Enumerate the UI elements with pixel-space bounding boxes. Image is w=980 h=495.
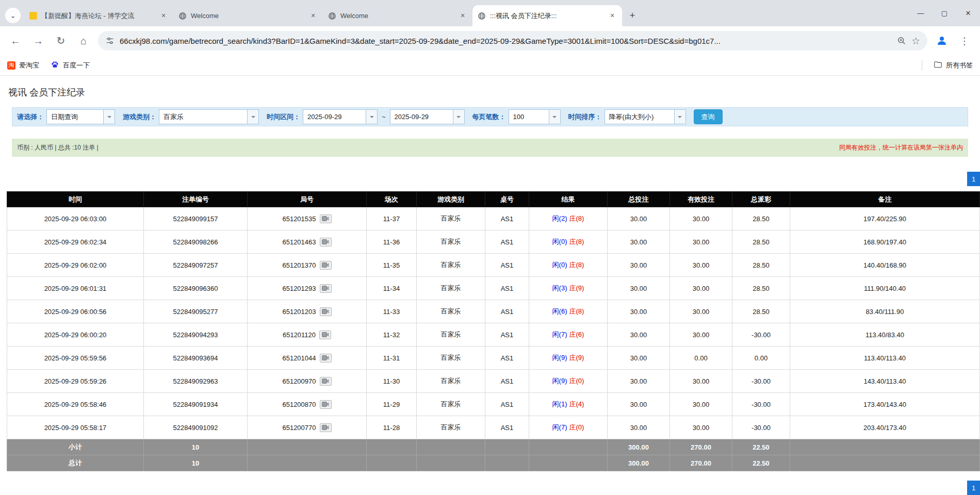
chevron-down-icon[interactable] [453, 110, 464, 124]
video-replay-icon[interactable] [320, 423, 332, 432]
tab-welcome-1[interactable]: Welcome ✕ [173, 5, 323, 26]
tab-forum[interactable]: 【新提醒】海燕论坛 - 博学交流 ✕ [24, 5, 173, 26]
subtotal-total-bet: 300.00 [608, 439, 670, 455]
back-icon[interactable]: ← [5, 30, 26, 51]
navigation-bar: ← → ↻ ⌂ 66cxkj98.com/game/betrecord_sear… [0, 26, 980, 55]
cell-valid-bet: 30.00 [670, 370, 732, 393]
cell-table-no: AS1 [485, 393, 529, 416]
total-bet-link[interactable]: 30.00 [608, 323, 670, 346]
chevron-down-icon[interactable] [366, 110, 377, 124]
chevron-down-icon[interactable] [103, 110, 115, 124]
total-bet-link[interactable]: 30.00 [608, 300, 670, 323]
tab-welcome-2[interactable]: Welcome ✕ [323, 5, 472, 26]
cell-game-type: 百家乐 [417, 230, 485, 254]
query-type-select[interactable]: 日期查询 [46, 109, 115, 124]
cell-bet-id: 522849091092 [144, 416, 248, 439]
header-note: 备注 [790, 192, 980, 207]
browser-menu-icon[interactable]: ⋮ [954, 30, 975, 51]
tab-close-icon[interactable]: ✕ [159, 11, 168, 21]
total-bet-link[interactable]: 30.00 [608, 393, 670, 416]
tab-close-icon[interactable]: ✕ [308, 11, 318, 21]
cell-bet-id: 522849094293 [144, 323, 248, 346]
date-end-select[interactable]: 2025-09-29 [390, 109, 465, 124]
cell-payout: -30.00 [732, 370, 790, 393]
game-type-select[interactable]: 百家乐 [159, 109, 259, 124]
home-icon[interactable]: ⌂ [73, 30, 94, 51]
total-bet-link[interactable]: 30.00 [608, 277, 670, 300]
cell-table-no: AS1 [485, 416, 529, 439]
header-payout: 总派彩 [732, 192, 790, 207]
cell-payout: 28.50 [732, 254, 790, 277]
bookmark-taobao[interactable]: 淘 爱淘宝 [7, 61, 39, 70]
zoom-icon[interactable] [897, 36, 906, 45]
cell-table-no: AS1 [485, 323, 529, 346]
total-bet-link[interactable]: 30.00 [608, 346, 670, 370]
cell-game-type: 百家乐 [417, 393, 485, 416]
cell-table-no: AS1 [485, 207, 529, 230]
page-title: 视讯 会员下注纪录 [8, 87, 980, 98]
forward-icon[interactable]: → [28, 30, 48, 51]
game-type-label: 游戏类别： [123, 112, 156, 122]
minimize-button[interactable]: — [909, 0, 933, 26]
cell-game-type: 百家乐 [417, 370, 485, 393]
total-bet-link[interactable]: 30.00 [608, 416, 670, 439]
table-header-row: 时间 注单编号 局号 场次 游戏类别 桌号 结果 总投注 有效投注 总派彩 备注 [7, 192, 980, 207]
cell-round: 651201535 [248, 207, 367, 230]
total-bet-link[interactable]: 30.00 [608, 370, 670, 393]
tab-close-icon[interactable]: ✕ [608, 11, 617, 21]
query-type-value: 日期查询 [47, 110, 103, 124]
tab-title: Welcome [191, 12, 304, 20]
video-replay-icon[interactable] [320, 400, 332, 409]
total-bet-link[interactable]: 30.00 [608, 254, 670, 277]
page-size-select[interactable]: 100 [509, 109, 561, 124]
new-tab-button[interactable]: + [625, 8, 640, 23]
refresh-icon[interactable]: ↻ [51, 30, 71, 51]
cell-note: 111.90/140.40 [790, 277, 980, 300]
close-button[interactable]: ✕ [956, 0, 980, 26]
maximize-button[interactable]: ▢ [933, 0, 956, 26]
cell-bet-id: 522849095277 [144, 300, 248, 323]
round-number: 651200970 [282, 377, 316, 385]
site-info-icon[interactable] [105, 36, 115, 45]
cell-note: 113.40/83.40 [790, 323, 980, 346]
chevron-down-icon[interactable] [674, 110, 685, 124]
cell-time: 2025-09-29 05:59:26 [7, 370, 144, 393]
video-replay-icon[interactable] [319, 331, 331, 339]
cell-table-no: AS1 [485, 370, 529, 393]
video-replay-icon[interactable] [320, 214, 332, 223]
result-banker: 庄(4) [569, 400, 584, 408]
bookmark-baidu[interactable]: 百度一下 [51, 60, 90, 71]
folder-icon [934, 60, 942, 71]
address-bar[interactable]: 66cxkj98.com/game/betrecord_search/kind3… [98, 31, 927, 51]
tab-close-icon[interactable]: ✕ [458, 11, 467, 21]
cell-bet-id: 522849098266 [144, 230, 248, 254]
video-replay-icon[interactable] [320, 284, 332, 293]
page-number-button[interactable]: 1 [967, 172, 980, 186]
tab-bet-records-active[interactable]: :::视讯 会员下注纪录::: ✕ [472, 5, 622, 26]
video-replay-icon[interactable] [320, 261, 332, 270]
table-body: 2025-09-29 06:03:00 522849099157 6512015… [7, 207, 980, 471]
video-replay-icon[interactable] [320, 238, 332, 246]
chevron-down-icon[interactable] [549, 110, 560, 124]
tab-search-button[interactable]: ⌄ [5, 8, 21, 23]
video-replay-icon[interactable] [320, 307, 332, 316]
chevron-down-icon[interactable] [247, 110, 258, 124]
all-bookmarks-button[interactable]: 所有书签 [934, 60, 973, 71]
profile-avatar[interactable] [932, 30, 952, 51]
video-replay-icon[interactable] [320, 354, 332, 362]
header-bet-id: 注单编号 [144, 192, 248, 207]
sort-select[interactable]: 降幂(由大到小) [605, 109, 686, 124]
total-bet-link[interactable]: 30.00 [608, 230, 670, 254]
cell-result: 闲(7)庄(6) [529, 323, 608, 346]
bookmark-star-icon[interactable]: ☆ [911, 35, 920, 47]
page-number-button[interactable]: 1 [967, 481, 980, 495]
header-game-type: 游戏类别 [417, 192, 485, 207]
cell-game-type: 百家乐 [417, 346, 485, 370]
total-bet-link[interactable]: 30.00 [608, 207, 670, 230]
url-text[interactable]: 66cxkj98.com/game/betrecord_search/kind3… [120, 37, 892, 45]
search-button[interactable]: 查询 [694, 109, 723, 124]
date-start-select[interactable]: 2025-09-29 [303, 109, 378, 124]
cell-round: 651200870 [248, 393, 367, 416]
table-row: 2025-09-29 05:58:17 522849091092 6512007… [7, 416, 980, 439]
video-replay-icon[interactable] [320, 377, 332, 386]
